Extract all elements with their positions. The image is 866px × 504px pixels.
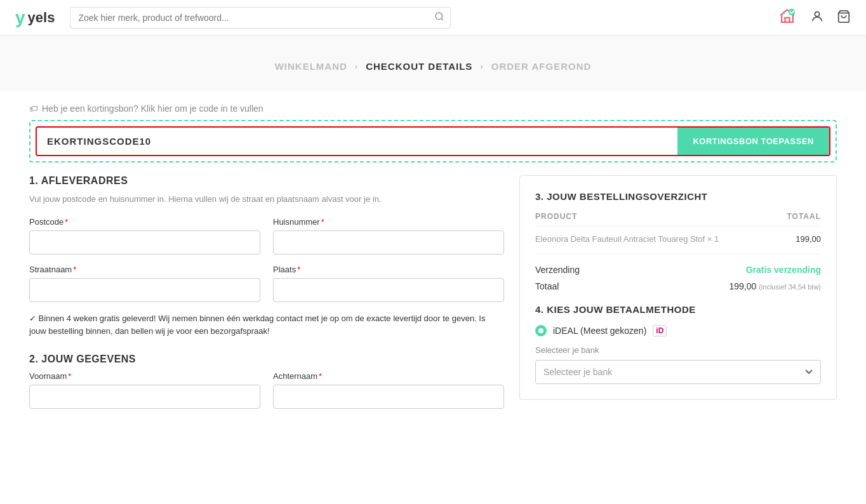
address-subtitle: Vul jouw postcode en huisnummer in. Hier… [29, 193, 504, 206]
search-button[interactable] [434, 11, 444, 24]
user-icon[interactable] [810, 10, 824, 25]
breadcrumb: WINKELMAND › CHECKOUT DETAILS › ORDER AF… [0, 61, 866, 72]
payment-option-ideal[interactable]: iDEAL (Meest gekozen) iD [535, 325, 821, 336]
tag-icon: 🏷 [29, 103, 38, 114]
form-row-postcode-huisnummer: Postcode* Huisnummer* [29, 217, 504, 255]
form-group-straatnaam: Straatnaam* [29, 265, 260, 302]
total-row: Totaal 199,00 (inclusief 34,54 btw) [535, 281, 821, 291]
address-section: 1. AFLEVERADRES Vul jouw postcode en hui… [29, 175, 504, 338]
bank-select[interactable]: Selecteer je bank ABN AMRO ING Rabobank … [535, 360, 821, 384]
search-input[interactable] [70, 7, 451, 29]
address-title: 1. AFLEVERADRES [29, 175, 504, 187]
ideal-label: iDEAL (Meest gekozen) [553, 326, 646, 336]
cart-icon[interactable] [837, 10, 851, 25]
form-group-huisnummer: Huisnummer* [273, 217, 504, 255]
total-price: 199,00 (inclusief 34,54 btw) [729, 281, 821, 291]
ideal-radio[interactable] [535, 325, 547, 336]
search-container [70, 7, 451, 29]
logo[interactable]: y yels [15, 8, 55, 28]
discount-apply-button[interactable]: KORTINGSBON TOEPASSEN [677, 128, 829, 155]
btw-text: (inclusief 34,54 btw) [759, 283, 821, 291]
order-item: Eleonora Delta Fauteuil Antraciet Touare… [535, 234, 821, 255]
huisnummer-input[interactable] [273, 230, 504, 255]
straatnaam-input[interactable] [29, 278, 260, 302]
svg-point-0 [436, 13, 443, 20]
discount-section: 🏷 Heb je een kortingsbon? Klik hier om j… [29, 103, 837, 162]
achternaam-input[interactable] [273, 385, 504, 409]
order-item-price: 199,00 [796, 234, 821, 244]
total-label: Totaal [535, 281, 559, 291]
svg-point-3 [815, 12, 819, 17]
huisnummer-required: * [321, 217, 324, 227]
svg-line-1 [442, 18, 444, 20]
shipping-row: Verzending Gratis verzending [535, 265, 821, 275]
header-icons [777, 6, 851, 29]
breadcrumb-step2: CHECKOUT DETAILS [366, 61, 472, 72]
straatnaam-label: Straatnaam* [29, 265, 260, 274]
shipping-value: Gratis verzending [746, 265, 821, 275]
col-total: TOTAAL [787, 212, 821, 221]
breadcrumb-arrow1: › [355, 62, 358, 71]
shipping-label: Verzending [535, 265, 580, 275]
header: y yels [0, 0, 866, 36]
order-table-header: PRODUCT TOTAAL [535, 212, 821, 227]
bank-select-label: Selecteer je bank [535, 345, 821, 355]
form-group-plaats: Plaats* [273, 265, 504, 302]
order-overview: 3. JOUW BESTELLINGSOVERZICHT PRODUCT TOT… [535, 191, 821, 291]
order-item-qty: × 1 [707, 234, 719, 244]
voornaam-input[interactable] [29, 385, 260, 409]
payment-section: 4. KIES JOUW BETAALMETHODE iDEAL (Meest … [535, 304, 821, 384]
col-product: PRODUCT [535, 212, 577, 221]
main-content: 🏷 Heb je een kortingsbon? Klik hier om j… [14, 91, 852, 432]
right-column: 3. JOUW BESTELLINGSOVERZICHT PRODUCT TOT… [519, 175, 837, 400]
plaats-required: * [297, 265, 300, 274]
discount-label: 🏷 Heb je een kortingsbon? Klik hier om j… [29, 103, 837, 114]
achternaam-required: * [319, 371, 322, 381]
breadcrumb-step3[interactable]: ORDER AFGEROND [491, 61, 592, 72]
form-group-postcode: Postcode* [29, 217, 260, 255]
left-column: 1. AFLEVERADRES Vul jouw postcode en hui… [29, 175, 504, 419]
payment-title: 4. KIES JOUW BETAALMETHODE [535, 304, 821, 315]
form-row-names: Voornaam* Achternaam* [29, 371, 504, 409]
breadcrumb-arrow2: › [480, 62, 483, 71]
voornaam-label: Voornaam* [29, 371, 260, 381]
ideal-icon: iD [653, 325, 667, 336]
voornaam-required: * [68, 371, 71, 381]
order-item-name: Eleonora Delta Fauteuil Antraciet Touare… [535, 234, 796, 244]
achternaam-label: Achternaam* [273, 371, 504, 381]
discount-box-inner: KORTINGSBON TOEPASSEN [36, 126, 830, 156]
personal-title: 2. JOUW GEGEVENS [29, 354, 504, 365]
delivery-note: ✓ Binnen 4 weken gratis geleverd! Wij ne… [29, 312, 504, 339]
form-row-straat-plaats: Straatnaam* Plaats* [29, 265, 504, 302]
plaats-input[interactable] [273, 278, 504, 302]
breadcrumb-step1[interactable]: WINKELMAND [275, 61, 347, 72]
order-overview-title: 3. JOUW BESTELLINGSOVERZICHT [535, 191, 821, 202]
plaats-label: Plaats* [273, 265, 504, 274]
two-column-layout: 1. AFLEVERADRES Vul jouw postcode en hui… [29, 175, 837, 419]
huisnummer-label: Huisnummer* [273, 217, 504, 227]
discount-label-text: Heb je een kortingsbon? Klik hier om je … [42, 103, 263, 114]
straatnaam-required: * [73, 265, 76, 274]
breadcrumb-section: WINKELMAND › CHECKOUT DETAILS › ORDER AF… [0, 36, 866, 91]
discount-code-input[interactable] [37, 128, 677, 154]
logo-y: y [15, 8, 25, 28]
postcode-required: * [65, 217, 68, 227]
form-group-achternaam: Achternaam* [273, 371, 504, 409]
postcode-input[interactable] [29, 230, 260, 255]
svg-point-2 [789, 9, 796, 16]
logo-text: yels [28, 10, 55, 26]
discount-box: KORTINGSBON TOEPASSEN [29, 120, 837, 162]
postcode-label: Postcode* [29, 217, 260, 227]
wishlist-icon[interactable] [777, 6, 797, 29]
form-group-voornaam: Voornaam* [29, 371, 260, 409]
personal-section: 2. JOUW GEGEVENS Voornaam* Achternaam* [29, 354, 504, 409]
